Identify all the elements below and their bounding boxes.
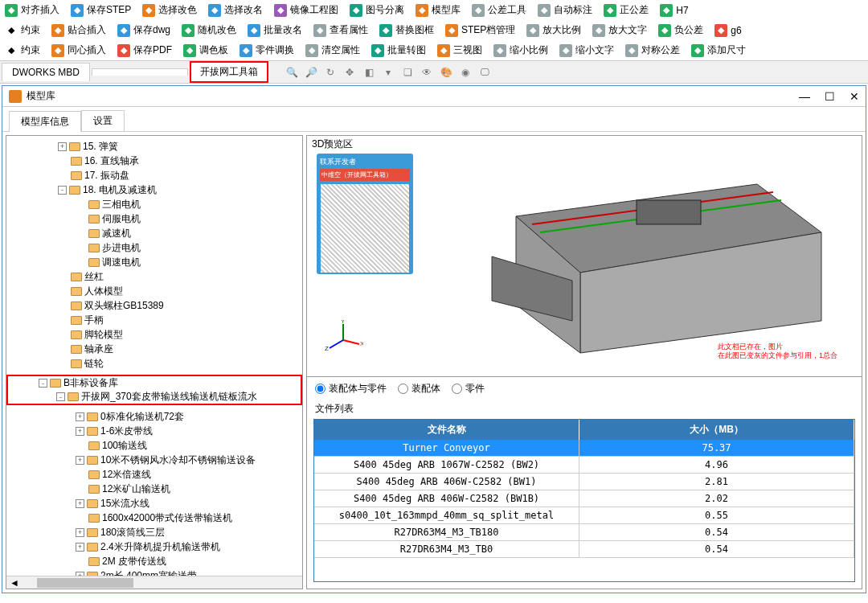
- ribbon-图号分离[interactable]: ◆图号分离: [345, 2, 409, 18]
- horizontal-scrollbar[interactable]: ◄: [6, 576, 302, 589]
- appearance-icon[interactable]: 🎨: [439, 65, 453, 80]
- tree-item[interactable]: 手柄: [10, 313, 302, 327]
- tab-blank[interactable]: [92, 68, 188, 76]
- scene-icon[interactable]: ◉: [458, 65, 473, 80]
- ribbon-查看属性[interactable]: ◆查看属性: [309, 22, 373, 39]
- ribbon-正公差[interactable]: ◆正公差: [599, 2, 653, 18]
- ribbon-H7[interactable]: ◆H7: [655, 2, 693, 18]
- collapse-icon[interactable]: -: [39, 379, 47, 388]
- tree-item[interactable]: 三相电机: [10, 197, 302, 211]
- tab-toolbox[interactable]: 开拔网工具箱: [190, 61, 268, 83]
- ribbon-g6[interactable]: ◆g6: [710, 22, 746, 39]
- expand-icon[interactable]: +: [76, 412, 84, 421]
- tree-item[interactable]: +2.4米升降机提升机输送带机: [10, 539, 302, 554]
- ribbon-放大比例[interactable]: ◆放大比例: [522, 22, 586, 39]
- rotate-icon[interactable]: ↻: [323, 65, 338, 80]
- ribbon-缩小比例[interactable]: ◆缩小比例: [489, 42, 553, 59]
- close-button[interactable]: ✕: [850, 90, 859, 103]
- ribbon-清空属性[interactable]: ◆清空属性: [301, 42, 365, 59]
- tree-item[interactable]: +15米流水线: [10, 496, 302, 511]
- table-row[interactable]: S400 45deg ARB 1067W-C2582 (BW2)4.96: [314, 457, 854, 474]
- ribbon-零件调换[interactable]: ◆零件调换: [235, 42, 299, 59]
- tab-mbd[interactable]: DWORKS MBD: [2, 63, 90, 81]
- tree-item[interactable]: +10米不锈钢风水冷却不锈钢输送设备: [10, 453, 302, 467]
- tree-item[interactable]: 伺服电机: [10, 211, 302, 226]
- ribbon-约束[interactable]: ◆约束: [0, 22, 45, 39]
- tree-item[interactable]: +15. 弹簧: [10, 139, 302, 154]
- ribbon-放大文字[interactable]: ◆放大文字: [588, 22, 652, 39]
- ribbon-添加尺寸[interactable]: ◆添加尺寸: [686, 42, 751, 59]
- table-row[interactable]: S400 45deg ARB 406W-C2582 (BW1)2.81: [314, 474, 854, 490]
- tree-item[interactable]: 1600x42000带式传送带输送机: [10, 511, 302, 525]
- model-3d-preview[interactable]: [476, 152, 845, 361]
- minimize-button[interactable]: —: [799, 90, 810, 103]
- tree-item[interactable]: 16. 直线轴承: [10, 154, 302, 168]
- ribbon-保存STEP[interactable]: ◆保存STEP: [66, 2, 136, 18]
- eye-icon[interactable]: 👁: [420, 65, 434, 80]
- tree-item[interactable]: -18. 电机及减速机: [10, 183, 302, 197]
- tree-item[interactable]: 2M 皮带传送线: [10, 554, 302, 568]
- zoom-area-icon[interactable]: 🔎: [304, 65, 318, 80]
- expand-icon[interactable]: +: [58, 142, 67, 151]
- ribbon-贴合插入[interactable]: ◆贴合插入: [47, 22, 111, 39]
- ribbon-批量转图[interactable]: ◆批量转图: [366, 42, 431, 59]
- ribbon-对齐插入[interactable]: ◆对齐插入: [0, 2, 64, 18]
- pan-icon[interactable]: ✥: [342, 65, 357, 80]
- tab-library-info[interactable]: 模型库信息: [9, 111, 81, 132]
- expand-icon[interactable]: +: [76, 499, 84, 508]
- tree-item[interactable]: 脚轮模型: [10, 327, 302, 342]
- tree-item[interactable]: +180滚筒线三层: [10, 525, 302, 539]
- ribbon-负公差[interactable]: ◆负公差: [653, 22, 708, 39]
- tree-item[interactable]: 减速机: [10, 226, 302, 240]
- maximize-button[interactable]: ☐: [825, 90, 835, 103]
- tree-item[interactable]: 100输送线: [10, 438, 302, 453]
- ribbon-保存PDF[interactable]: ◆保存PDF: [113, 42, 177, 59]
- ribbon-缩小文字[interactable]: ◆缩小文字: [555, 42, 619, 59]
- tree-item[interactable]: 丝杠: [10, 269, 302, 284]
- ribbon-同心插入[interactable]: ◆同心插入: [47, 42, 111, 59]
- ribbon-STEP档管理[interactable]: ◆STEP档管理: [440, 22, 520, 39]
- tree-item[interactable]: 12米倍速线: [10, 467, 302, 482]
- tree-item[interactable]: 步进电机: [10, 240, 302, 255]
- tree-item[interactable]: 人体模型: [10, 284, 302, 298]
- table-row[interactable]: R27DR63M4_M3_TB1800.54: [314, 524, 854, 541]
- zoom-fit-icon[interactable]: 🔍: [285, 65, 299, 80]
- tree-item[interactable]: 17. 振动盘: [10, 168, 302, 183]
- tree-category-b[interactable]: - B非标设备库: [8, 376, 301, 390]
- section-icon[interactable]: ◧: [362, 65, 376, 80]
- ribbon-镜像工程图[interactable]: ◆镜像工程图: [269, 2, 343, 18]
- tree-item[interactable]: 链轮: [10, 356, 302, 371]
- table-row[interactable]: R27DR63M4_M3_TB00.54: [314, 541, 854, 558]
- table-row[interactable]: Turner Conveyor75.37: [314, 440, 854, 457]
- ribbon-选择改色[interactable]: ◆选择改色: [137, 2, 202, 18]
- screen-icon[interactable]: 🖵: [477, 65, 492, 80]
- ribbon-三视图[interactable]: ◆三视图: [432, 42, 487, 59]
- expand-icon[interactable]: +: [76, 528, 84, 537]
- ribbon-选择改名[interactable]: ◆选择改名: [203, 2, 268, 18]
- ribbon-约束[interactable]: ◆约束: [0, 42, 45, 59]
- display-icon[interactable]: ▾: [381, 65, 395, 80]
- ribbon-对称公差[interactable]: ◆对称公差: [620, 42, 685, 59]
- expand-icon[interactable]: +: [76, 543, 84, 552]
- tree-panel[interactable]: +15. 弹簧16. 直线轴承17. 振动盘-18. 电机及减速机三相电机伺服电…: [6, 135, 303, 589]
- expand-icon[interactable]: +: [76, 456, 84, 465]
- tree-item[interactable]: 双头螺柱GB15389: [10, 298, 302, 313]
- ribbon-公差工具[interactable]: ◆公差工具: [467, 2, 531, 18]
- tree-item[interactable]: 调速电机: [10, 255, 302, 269]
- tree-item[interactable]: +1-6米皮带线: [10, 424, 302, 438]
- radio-parts[interactable]: 零件: [452, 382, 485, 396]
- expand-icon[interactable]: +: [76, 427, 84, 436]
- ribbon-替换图框[interactable]: ◆替换图框: [375, 22, 439, 39]
- radio-assembly[interactable]: 装配体: [398, 382, 440, 396]
- expand-icon[interactable]: -: [58, 186, 67, 195]
- tree-item[interactable]: 12米矿山输送机: [10, 482, 302, 496]
- ribbon-批量改名[interactable]: ◆批量改名: [243, 22, 307, 39]
- collapse-icon[interactable]: -: [56, 392, 65, 401]
- tree-item[interactable]: +0标准化输送机72套: [10, 409, 302, 424]
- cube-icon[interactable]: ❏: [400, 65, 415, 80]
- ribbon-保存dwg[interactable]: ◆保存dwg: [113, 22, 175, 39]
- ribbon-调色板[interactable]: ◆调色板: [178, 42, 233, 59]
- tree-selected-item[interactable]: - 开拔网_370套皮带输送线输送机链板流水: [8, 390, 301, 404]
- table-row[interactable]: S400 45deg ARB 406W-C2582 (BW1B)2.02: [314, 490, 854, 507]
- ribbon-随机改色[interactable]: ◆随机改色: [177, 22, 241, 39]
